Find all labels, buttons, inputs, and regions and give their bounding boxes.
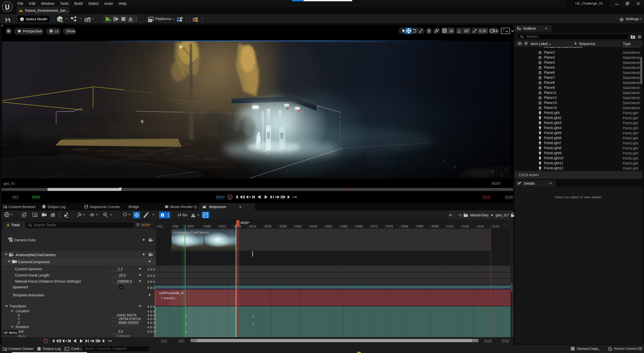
svg-text:0.25: 0.25 [479, 29, 486, 33]
svg-text:4: 4 [496, 29, 498, 33]
svg-text:10°: 10° [464, 29, 469, 33]
svg-text:10: 10 [449, 29, 453, 33]
